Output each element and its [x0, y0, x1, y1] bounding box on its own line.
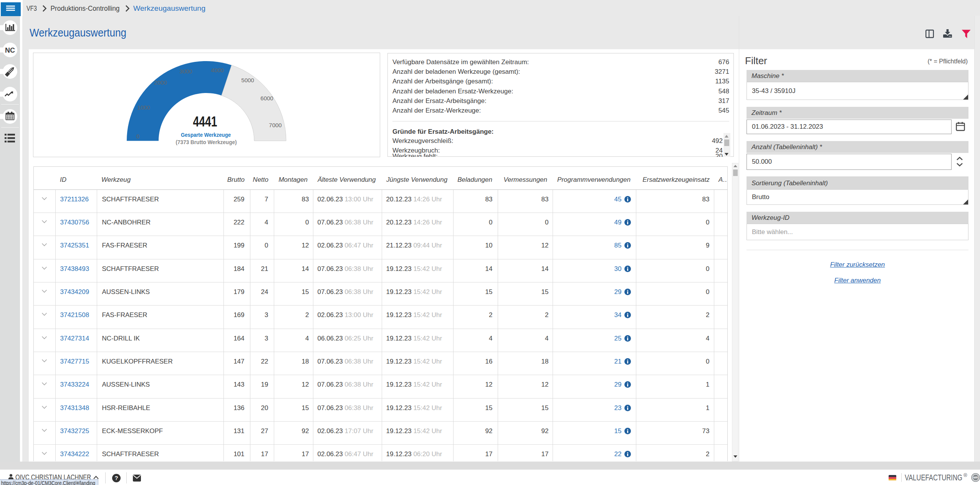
svg-text:3000: 3000: [179, 68, 192, 75]
svg-text:(7373 Brutto Werkzeuge): (7373 Brutto Werkzeuge): [176, 139, 237, 145]
svg-text:Produktions-Controlling: Produktions-Controlling: [51, 4, 120, 12]
svg-text:VALUEFACTURING: VALUEFACTURING: [905, 473, 962, 482]
svg-text:0: 0: [136, 133, 139, 140]
svg-text:5000: 5000: [241, 77, 254, 83]
svg-text:4441: 4441: [193, 114, 217, 130]
svg-text:®: ®: [963, 472, 967, 478]
svg-text:4000: 4000: [211, 67, 223, 73]
svg-text:?: ?: [114, 475, 118, 481]
svg-text:Gesparte Werkzeuge: Gesparte Werkzeuge: [181, 131, 231, 138]
svg-text:MR: MR: [973, 476, 978, 479]
svg-text:Werkzeugauswertung: Werkzeugauswertung: [30, 26, 126, 39]
svg-text:Werkzeugauswertung: Werkzeugauswertung: [133, 4, 205, 12]
svg-text:2000: 2000: [154, 79, 167, 86]
svg-text:7000: 7000: [269, 122, 281, 128]
svg-text:VF3: VF3: [26, 4, 37, 12]
svg-text:1000: 1000: [137, 104, 150, 111]
svg-text:NC: NC: [5, 47, 15, 54]
svg-text:https://cm3p-de-01/CM3Core.Cli: https://cm3p-de-01/CM3Core.Client/#/land…: [1, 480, 95, 485]
svg-text:6000: 6000: [260, 95, 273, 101]
